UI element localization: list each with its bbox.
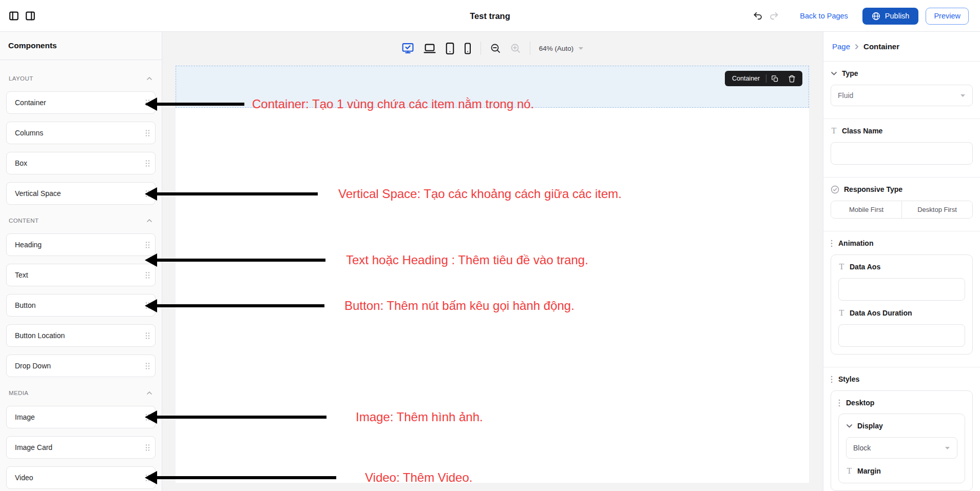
- zoom-in-button[interactable]: [510, 43, 521, 54]
- device-desktop-button[interactable]: [401, 42, 414, 55]
- component-item-label: Drop Down: [15, 362, 51, 370]
- component-item-video[interactable]: Video: [6, 466, 156, 489]
- drag-handle-icon[interactable]: [145, 271, 150, 279]
- redo-icon: [768, 11, 779, 22]
- zoom-out-button[interactable]: [490, 43, 501, 54]
- type-section-header[interactable]: Type: [831, 69, 973, 78]
- back-to-pages-link[interactable]: Back to Pages: [800, 12, 848, 20]
- drag-handle-icon[interactable]: [145, 190, 150, 198]
- display-card: Display Block T Margin: [838, 414, 965, 483]
- component-item-image[interactable]: Image: [6, 406, 156, 428]
- text-type-icon: T: [838, 262, 845, 271]
- redo-button[interactable]: [768, 11, 779, 22]
- drag-dots-icon[interactable]: [831, 376, 834, 383]
- delete-element-button[interactable]: [783, 75, 800, 83]
- breadcrumb-current: Container: [863, 42, 899, 51]
- styles-header[interactable]: Styles: [831, 375, 973, 384]
- text-type-icon: T: [846, 466, 853, 476]
- component-item-button-location[interactable]: Button Location: [6, 324, 156, 347]
- class-name-header: T Class Name: [831, 126, 973, 135]
- breadcrumb-page-link[interactable]: Page: [832, 42, 850, 51]
- component-item-label: Columns: [15, 129, 43, 137]
- duplicate-element-button[interactable]: [766, 75, 783, 83]
- mobile-first-option[interactable]: Mobile First: [831, 201, 901, 218]
- drag-handle-icon[interactable]: [145, 302, 150, 309]
- drag-handle-icon[interactable]: [145, 474, 150, 482]
- text-type-icon: T: [838, 308, 845, 318]
- component-item-box[interactable]: Box: [6, 152, 156, 174]
- component-section-header[interactable]: MEDIA: [6, 388, 156, 397]
- display-header[interactable]: Display: [846, 421, 957, 430]
- desktop-check-icon: [401, 42, 414, 55]
- undo-icon: [753, 11, 763, 22]
- component-item-label: Image Card: [15, 443, 52, 451]
- device-laptop-button[interactable]: [423, 43, 436, 54]
- margin-header: T Margin: [846, 466, 957, 476]
- chevron-down-icon: [846, 424, 853, 428]
- component-item-columns[interactable]: Columns: [6, 122, 156, 144]
- section-label: MEDIA: [9, 390, 28, 396]
- component-item-container[interactable]: Container: [6, 91, 156, 114]
- panel-right-icon: [25, 10, 36, 22]
- styles-section: Styles Desktop Display Block: [823, 367, 980, 491]
- copy-icon: [771, 75, 779, 83]
- device-tablet-button[interactable]: [445, 42, 455, 55]
- selected-container-element[interactable]: [176, 66, 809, 108]
- class-name-input[interactable]: [831, 142, 973, 165]
- toggle-right-panel-button[interactable]: [25, 10, 36, 22]
- components-title: Components: [0, 32, 162, 60]
- animation-header[interactable]: Animation: [831, 239, 973, 248]
- inspector-panel: Page Container Type Fluid T Class Name: [823, 32, 980, 491]
- responsive-type-toggle: Mobile First Desktop First: [831, 201, 973, 219]
- component-item-label: Container: [15, 99, 46, 107]
- drag-handle-icon[interactable]: [145, 444, 150, 451]
- drag-handle-icon[interactable]: [145, 414, 150, 421]
- toolbar-divider: [481, 42, 481, 55]
- data-aos-input[interactable]: [838, 278, 965, 301]
- device-phone-button[interactable]: [464, 42, 472, 55]
- component-section-header[interactable]: LAYOUT: [6, 74, 156, 83]
- drag-handle-icon[interactable]: [145, 99, 150, 107]
- drag-handle-icon[interactable]: [145, 160, 150, 167]
- preview-button[interactable]: Preview: [926, 8, 969, 25]
- drag-handle-icon[interactable]: [145, 241, 150, 249]
- drag-dots-icon[interactable]: [838, 399, 841, 407]
- type-select[interactable]: Fluid: [831, 85, 973, 106]
- component-item-drop-down[interactable]: Drop Down: [6, 355, 156, 377]
- desktop-first-option[interactable]: Desktop First: [901, 201, 972, 218]
- breadcrumb: Page Container: [823, 32, 980, 62]
- chevron-up-icon: [146, 391, 152, 395]
- editor-canvas: 64% (Auto) Container: [162, 32, 823, 491]
- section-label: CONTENT: [9, 218, 39, 224]
- canvas-toolbar: 64% (Auto): [162, 39, 823, 57]
- component-item-label: Text: [15, 271, 28, 279]
- page-canvas[interactable]: [176, 66, 809, 483]
- responsive-type-header: Responsive Type: [831, 185, 973, 194]
- zoom-in-icon: [510, 43, 521, 54]
- toggle-left-panel-button[interactable]: [8, 10, 20, 22]
- component-item-heading[interactable]: Heading: [6, 233, 156, 256]
- component-item-image-card[interactable]: Image Card: [6, 436, 156, 459]
- drag-handle-icon[interactable]: [145, 332, 150, 340]
- component-item-vertical-space[interactable]: Vertical Space: [6, 182, 156, 205]
- phone-icon: [464, 42, 472, 55]
- component-item-text[interactable]: Text: [6, 264, 156, 286]
- chevron-up-icon: [146, 219, 152, 223]
- panel-left-icon: [8, 10, 20, 22]
- publish-button[interactable]: Publish: [862, 8, 919, 25]
- zoom-level-dropdown[interactable]: 64% (Auto): [539, 45, 584, 52]
- drag-handle-icon[interactable]: [145, 129, 150, 137]
- zoom-out-icon: [490, 43, 501, 54]
- topbar: Test trang Back to Pages Publish Preview: [0, 0, 980, 32]
- data-aos-duration-input[interactable]: [838, 324, 965, 347]
- drag-handle-icon[interactable]: [145, 362, 150, 370]
- display-select[interactable]: Block: [846, 437, 957, 459]
- component-item-button[interactable]: Button: [6, 294, 156, 317]
- desktop-styles-header[interactable]: Desktop: [838, 398, 965, 407]
- component-item-label: Image: [15, 413, 35, 421]
- chevron-up-icon: [146, 76, 152, 81]
- undo-button[interactable]: [753, 11, 763, 22]
- globe-icon: [872, 12, 880, 21]
- component-section-header[interactable]: CONTENT: [6, 216, 156, 225]
- drag-dots-icon[interactable]: [831, 240, 834, 247]
